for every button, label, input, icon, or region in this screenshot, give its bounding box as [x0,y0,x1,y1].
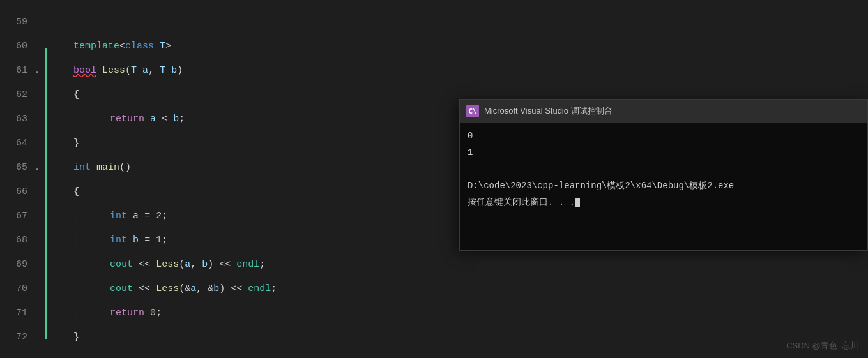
green-bar-60 [45,24,47,48]
line-number-61: 61 [0,59,35,83]
console-window: C\ Microsoft Visual Studio 调试控制台 0 1 D:\… [459,99,868,251]
console-title: Microsoft Visual Studio 调试控制台 [484,105,861,117]
green-bar-65 [45,145,47,170]
console-output-blank [468,161,860,177]
line-number-60: 60 [0,34,35,59]
line-number-62: 62 [0,83,35,107]
line-number-66: 66 [0,180,35,204]
code-line-59: 59 [0,0,868,24]
line-number-59: 59 [0,10,35,34]
collapse-btn-65[interactable]: ▪ [35,158,40,182]
line-number-67: 67 [0,204,35,228]
line-number-64: 64 [0,131,35,156]
green-bar-66 [45,170,47,194]
code-content-71: ┊ return 0; [50,301,868,325]
console-icon: C\ [466,105,479,117]
green-bar-64 [45,121,47,145]
console-titlebar: C\ Microsoft Visual Studio 调试控制台 [460,100,867,123]
code-content-69: ┊ cout << Less(a, b) << endl; [50,253,868,277]
green-bar-63 [45,97,47,121]
watermark: CSDN @青色_忘川 [786,340,858,352]
line-number-68: 68 [0,228,35,253]
green-bar-68 [45,218,47,242]
console-output-path: D:\code\2023\cpp-learning\模板2\x64\Debug\… [468,177,860,194]
console-output-1: 1 [468,144,860,161]
line-number-71: 71 [0,301,35,325]
console-output-0: 0 [468,128,860,144]
code-content-72: } [50,325,868,350]
line-number-65: 65 [0,156,35,180]
green-bar-69 [45,242,47,267]
green-bar-62 [45,73,47,97]
green-bar-71 [45,291,47,315]
green-bar-59 [45,0,47,24]
console-cursor [575,198,580,207]
code-content-70: ┊ cout << Less(&a, &b) << endl; [50,277,868,301]
code-content-60: template<class T> [50,34,868,59]
green-bar-72 [45,315,47,339]
console-output-close: 按任意键关闭此窗口. . . [468,194,860,211]
green-bar-61 [45,48,47,73]
console-body: 0 1 D:\code\2023\cpp-learning\模板2\x64\De… [460,123,867,250]
line-number-63: 63 [0,107,35,131]
code-editor: 59 60 template<class T> 61 ▪ bool Less(T… [0,0,868,358]
green-bar-70 [45,267,47,291]
code-content-61: bool Less(T a, T b) [50,59,868,83]
collapse-btn-61[interactable]: ▪ [35,61,40,85]
line-number-72: 72 [0,325,35,350]
line-number-70: 70 [0,277,35,301]
green-bar-67 [45,194,47,218]
line-number-69: 69 [0,253,35,277]
code-line-60: 60 template<class T> [0,24,868,48]
